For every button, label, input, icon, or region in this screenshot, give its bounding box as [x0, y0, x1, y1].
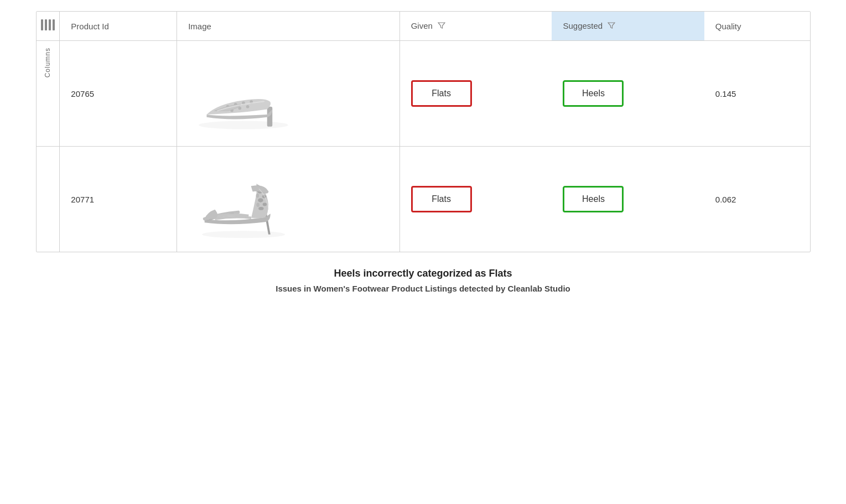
quality-cell-2: 0.062 [704, 147, 810, 252]
given-filter-icon[interactable] [438, 22, 445, 31]
quality-value-2: 0.062 [715, 195, 736, 204]
columns-indicator: Columns [37, 41, 60, 82]
table-row: 20771 [37, 147, 810, 252]
product-id-cell-1: 20765 [60, 41, 177, 147]
suggested-label-badge-2: Heels [563, 186, 624, 212]
data-table-container: Product Id Image Given Su [36, 11, 811, 252]
image-cell-2 [177, 147, 399, 252]
suggested-filter-icon[interactable] [608, 22, 615, 31]
given-cell-1: Flats [399, 41, 552, 147]
caption-subtitle: Issues in Women's Footwear Product Listi… [276, 284, 570, 293]
caption-title: Heels incorrectly categorized as Flats [276, 268, 570, 279]
header-given-label: Given [411, 21, 433, 30]
header-product-id-label: Product Id [71, 22, 108, 31]
col-bar-1 [41, 19, 43, 30]
image-cell-1 [177, 41, 399, 147]
sidebar-cell-1: Columns [37, 41, 60, 147]
product-table: Product Id Image Given Su [37, 12, 810, 252]
suggested-cell-2: Heels [552, 147, 704, 252]
table-row: Columns 20765 [37, 41, 810, 147]
quality-cell-1: 0.145 [704, 41, 810, 147]
header-given: Given [399, 12, 552, 41]
columns-label: Columns [44, 48, 51, 77]
shoe-svg-2 [191, 158, 296, 241]
suggested-label-badge-1: Heels [563, 80, 624, 107]
header-image-label: Image [188, 22, 211, 31]
col-bar-3 [49, 19, 51, 30]
header-quality: Quality [704, 12, 810, 41]
page-wrapper: Product Id Image Given Su [0, 0, 846, 504]
product-id-value-1: 20765 [71, 89, 94, 98]
svg-point-7 [238, 107, 242, 110]
svg-point-8 [246, 105, 250, 108]
header-sidebar [37, 12, 60, 41]
svg-point-14 [258, 207, 263, 210]
col-bar-2 [45, 19, 47, 30]
shoe-image-2 [188, 155, 299, 243]
svg-point-9 [202, 231, 285, 238]
header-product-id: Product Id [60, 12, 177, 41]
header-image: Image [177, 12, 399, 41]
header-suggested-label: Suggested [563, 21, 603, 30]
svg-point-16 [257, 203, 260, 207]
sidebar-cell-2 [37, 147, 60, 252]
shoe-image-1 [188, 49, 299, 138]
header-suggested: Suggested [552, 12, 704, 41]
product-id-value-2: 20771 [71, 195, 94, 204]
given-label-badge-2: Flats [411, 186, 472, 212]
svg-point-12 [258, 198, 263, 202]
svg-point-0 [199, 121, 288, 129]
shoe-svg-1 [191, 52, 296, 135]
columns-bars-icon [41, 19, 55, 30]
quality-value-1: 0.145 [715, 89, 736, 98]
header-quality-label: Quality [715, 22, 741, 31]
given-label-badge-1: Flats [411, 80, 472, 107]
col-bar-4 [53, 19, 55, 30]
suggested-cell-1: Heels [552, 41, 704, 147]
given-cell-2: Flats [399, 147, 552, 252]
svg-point-15 [256, 194, 259, 198]
svg-point-13 [263, 203, 267, 206]
caption-area: Heels incorrectly categorized as Flats I… [276, 268, 570, 304]
product-id-cell-2: 20771 [60, 147, 177, 252]
